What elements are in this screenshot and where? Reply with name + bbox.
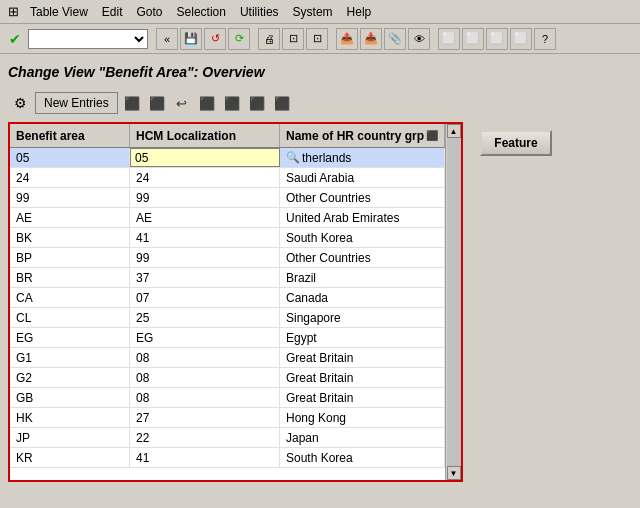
view-btn[interactable]: 👁 — [408, 28, 430, 50]
window-btn4[interactable]: ⬜ — [510, 28, 532, 50]
cell-country-name: Saudi Arabia — [280, 168, 445, 187]
copy-btn[interactable]: ⬛ — [121, 92, 143, 114]
toolbar: ✔ « 💾 ↺ ⟳ 🖨 ⊡ ⊡ 📤 📥 📎 👁 ⬜ ⬜ ⬜ ⬜ ? — [0, 24, 640, 54]
cell-hcm-localization: 37 — [130, 268, 280, 287]
cell-benefit-area: AE — [10, 208, 130, 227]
cell-benefit-area: HK — [10, 408, 130, 427]
cell-hcm-localization: 24 — [130, 168, 280, 187]
cell-country-name: Egypt — [280, 328, 445, 347]
search-icon[interactable]: 🔍 — [286, 151, 300, 164]
window-btn2[interactable]: ⬜ — [462, 28, 484, 50]
cell-hcm-localization: 07 — [130, 288, 280, 307]
select-btn[interactable]: ⬛ — [271, 92, 293, 114]
menu-selection[interactable]: Selection — [171, 3, 232, 21]
new-entries-button[interactable]: New Entries — [35, 92, 118, 114]
save-btn[interactable]: 💾 — [180, 28, 202, 50]
table-header: Benefit area HCM Localization Name of HR… — [10, 124, 445, 148]
cell-benefit-area: 24 — [10, 168, 130, 187]
undo-row-btn[interactable]: ↩ — [171, 92, 193, 114]
toolbar-config-icon: ⚙ — [8, 93, 32, 113]
cell-hcm-localization: 25 — [130, 308, 280, 327]
menu-system[interactable]: System — [287, 3, 339, 21]
cell-benefit-area: 05 — [10, 148, 130, 167]
cell-hcm-localization: 08 — [130, 388, 280, 407]
cell-hcm-localization: AE — [130, 208, 280, 227]
table-row[interactable]: HK27Hong Kong — [10, 408, 445, 428]
menu-utilities[interactable]: Utilities — [234, 3, 285, 21]
scroll-up-btn[interactable]: ▲ — [447, 124, 461, 138]
up-btn[interactable]: ⬛ — [221, 92, 243, 114]
cell-country-name: South Korea — [280, 228, 445, 247]
table-row[interactable]: BR37Brazil — [10, 268, 445, 288]
cell-hcm-localization: 41 — [130, 448, 280, 467]
down-btn[interactable]: ⬛ — [246, 92, 268, 114]
menu-goto[interactable]: Goto — [131, 3, 169, 21]
table-row[interactable]: KR41South Korea — [10, 448, 445, 468]
cell-hcm-localization: 99 — [130, 248, 280, 267]
cell-country-name: Great Britain — [280, 388, 445, 407]
table-row[interactable]: G108Great Britain — [10, 348, 445, 368]
table-row[interactable]: GB08Great Britain — [10, 388, 445, 408]
attach-btn[interactable]: 📎 — [384, 28, 406, 50]
cell-country-name: 🔍therlands — [280, 148, 445, 167]
cell-country-name: Great Britain — [280, 348, 445, 367]
right-panel: Feature — [471, 122, 561, 482]
app-icon: ⊞ — [4, 4, 22, 20]
export-btn[interactable]: 📤 — [336, 28, 358, 50]
table-row[interactable]: CA07Canada — [10, 288, 445, 308]
scroll-down-btn[interactable]: ▼ — [447, 466, 461, 480]
feature-button[interactable]: Feature — [480, 130, 552, 156]
scroll-track — [447, 138, 461, 466]
action-toolbar: ⚙ New Entries ⬛ ⬛ ↩ ⬛ ⬛ ⬛ ⬛ — [8, 90, 632, 116]
help-btn[interactable]: ? — [534, 28, 556, 50]
menubar: ⊞ Table View Edit Goto Selection Utiliti… — [0, 0, 640, 24]
nav-first-btn[interactable]: « — [156, 28, 178, 50]
cell-country-name: Japan — [280, 428, 445, 447]
refresh-btn[interactable]: ⟳ — [228, 28, 250, 50]
cell-country-name: Great Britain — [280, 368, 445, 387]
window-btn3[interactable]: ⬜ — [486, 28, 508, 50]
cell-benefit-area: CA — [10, 288, 130, 307]
cell-hcm-localization: 41 — [130, 228, 280, 247]
editing-input[interactable] — [135, 151, 195, 165]
undo-btn[interactable]: ↺ — [204, 28, 226, 50]
table-row[interactable]: 9999Other Countries — [10, 188, 445, 208]
table-row[interactable]: G208Great Britain — [10, 368, 445, 388]
cell-country-name: United Arab Emirates — [280, 208, 445, 227]
table-row[interactable]: CL25Singapore — [10, 308, 445, 328]
scrollbar[interactable]: ▲ ▼ — [445, 124, 461, 480]
cell-hcm-localization: EG — [130, 328, 280, 347]
copy2-btn[interactable]: ⬛ — [146, 92, 168, 114]
import-btn[interactable]: 📥 — [360, 28, 382, 50]
cell-country-name: Brazil — [280, 268, 445, 287]
move-btn[interactable]: ⬛ — [196, 92, 218, 114]
table-row[interactable]: 2424Saudi Arabia — [10, 168, 445, 188]
table-row[interactable]: BP99Other Countries — [10, 248, 445, 268]
page-title: Change View "Benefit Area": Overview — [8, 60, 632, 84]
table-row[interactable]: 05🔍therlands — [10, 148, 445, 168]
cell-country-name: Singapore — [280, 308, 445, 327]
print-btn[interactable]: 🖨 — [258, 28, 280, 50]
table-row[interactable]: BK41South Korea — [10, 228, 445, 248]
menu-tableview[interactable]: Table View — [24, 3, 94, 21]
menu-help[interactable]: Help — [341, 3, 378, 21]
settings-btn1[interactable]: ⊡ — [282, 28, 304, 50]
toolbar-dropdown[interactable] — [28, 29, 148, 49]
cell-hcm-localization: 22 — [130, 428, 280, 447]
col-country-name: Name of HR country grp ⬛ — [280, 124, 445, 147]
table-row[interactable]: JP22Japan — [10, 428, 445, 448]
cell-benefit-area: KR — [10, 448, 130, 467]
col-hcm-localization: HCM Localization — [130, 124, 280, 147]
window-btn1[interactable]: ⬜ — [438, 28, 460, 50]
cell-benefit-area: GB — [10, 388, 130, 407]
menu-edit[interactable]: Edit — [96, 3, 129, 21]
cell-hcm-localization[interactable] — [130, 148, 280, 167]
cell-hcm-localization: 27 — [130, 408, 280, 427]
col-sort-icon[interactable]: ⬛ — [426, 130, 438, 141]
cell-benefit-area: BP — [10, 248, 130, 267]
cell-benefit-area: G2 — [10, 368, 130, 387]
cell-country-name: Canada — [280, 288, 445, 307]
settings-btn2[interactable]: ⊡ — [306, 28, 328, 50]
table-row[interactable]: EGEGEgypt — [10, 328, 445, 348]
table-row[interactable]: AEAEUnited Arab Emirates — [10, 208, 445, 228]
